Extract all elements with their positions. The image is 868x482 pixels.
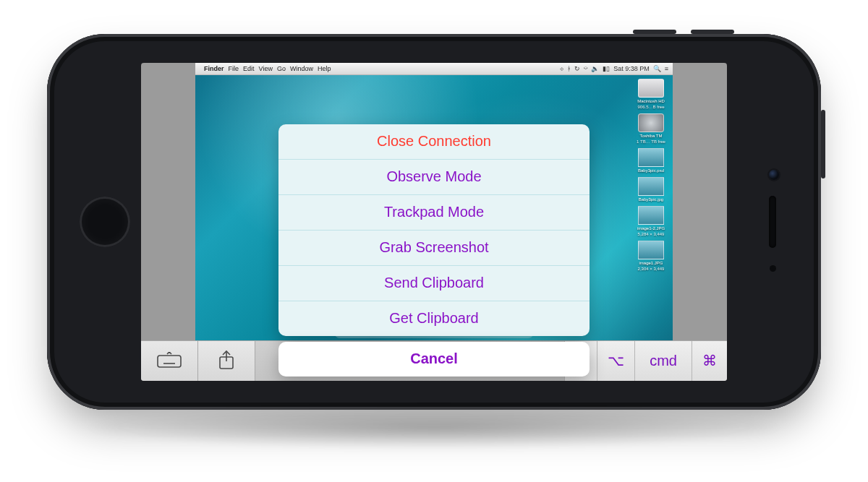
device-screen: Finder FileEditViewGoWindowHelp ⟐ ᚼ ↻ ⌔ … [141, 63, 727, 381]
action-sheet-item-grab-screenshot[interactable]: Grab Screenshot [278, 230, 590, 265]
earpiece-speaker [769, 196, 776, 248]
proximity-sensor [770, 265, 776, 272]
letterbox-right [673, 63, 727, 341]
mac-app-name[interactable]: Finder [204, 65, 224, 72]
mac-menu-help[interactable]: Help [318, 65, 331, 72]
svg-rect-0 [158, 356, 181, 367]
mac-menu-edit[interactable]: Edit [243, 65, 255, 72]
mac-menubar-status: ⟐ ᚼ ↻ ⌔ 🔈 ▮▯ Sat 9:38 PM 🔍 ≡ [560, 65, 668, 72]
power-button [821, 110, 825, 178]
command-key-glyph[interactable]: ⌘ [692, 341, 727, 381]
action-sheet-cancel[interactable]: Cancel [278, 342, 590, 376]
letterbox-left [141, 63, 195, 341]
keyboard-button[interactable] [141, 341, 198, 381]
desktop-icon[interactable]: image1.JPG2,304 × 3,449 [634, 241, 668, 271]
volume-up-button [633, 30, 676, 34]
modifier-key-cmd[interactable]: cmd [634, 341, 692, 381]
option-key-glyph[interactable]: ⌥ [597, 341, 634, 381]
mac-menus[interactable]: FileEditViewGoWindowHelp [229, 65, 331, 72]
iphone-device-frame: Finder FileEditViewGoWindowHelp ⟐ ᚼ ↻ ⌔ … [47, 34, 821, 410]
mac-menu-bar: Finder FileEditViewGoWindowHelp ⟐ ᚼ ↻ ⌔ … [195, 63, 673, 75]
clock-text: Sat 9:38 PM [613, 65, 650, 72]
share-icon [217, 350, 236, 371]
desktop-icon[interactable]: Toshiba TM1 TB… TB free [634, 113, 668, 144]
notification-center-icon[interactable]: ≡ [665, 65, 668, 72]
share-button[interactable] [198, 341, 255, 381]
volume-down-button [691, 30, 734, 34]
mac-menu-go[interactable]: Go [277, 65, 286, 72]
action-sheet: Close ConnectionObserve ModeTrackpad Mod… [278, 124, 590, 376]
bluetooth-icon: ᚼ [567, 65, 571, 72]
desktop-icons: Macintosh HD906.5…B freeToshiba TM1 TB… … [634, 79, 668, 271]
home-button[interactable] [80, 197, 130, 247]
action-sheet-item-send-clipboard[interactable]: Send Clipboard [278, 265, 590, 301]
timemachine-icon: ↻ [574, 65, 580, 72]
battery-icon: ▮▯ [603, 65, 610, 72]
action-sheet-item-observe-mode[interactable]: Observe Mode [278, 159, 590, 194]
front-camera [769, 170, 779, 180]
desktop-icon[interactable]: Macintosh HD906.5…B free [634, 79, 668, 109]
mac-menu-file[interactable]: File [229, 65, 239, 72]
mac-menu-view[interactable]: View [259, 65, 273, 72]
volume-icon: 🔈 [591, 65, 599, 72]
action-sheet-item-close-connection[interactable]: Close Connection [278, 124, 590, 159]
desktop-icon[interactable]: Baby3pic.psd [634, 148, 668, 173]
spotlight-icon[interactable]: 🔍 [653, 65, 661, 72]
dropbox-icon: ⟐ [560, 65, 563, 72]
desktop-icon[interactable]: Baby3pic.jpg [634, 177, 668, 202]
action-sheet-options: Close ConnectionObserve ModeTrackpad Mod… [278, 124, 590, 336]
action-sheet-item-get-clipboard[interactable]: Get Clipboard [278, 301, 590, 336]
action-sheet-item-trackpad-mode[interactable]: Trackpad Mode [278, 194, 590, 230]
desktop-icon[interactable]: image1-2.JPG5,284 × 3,449 [634, 206, 668, 236]
mac-menu-window[interactable]: Window [290, 65, 313, 72]
wifi-icon: ⌔ [584, 65, 587, 72]
keyboard-icon [157, 352, 182, 369]
